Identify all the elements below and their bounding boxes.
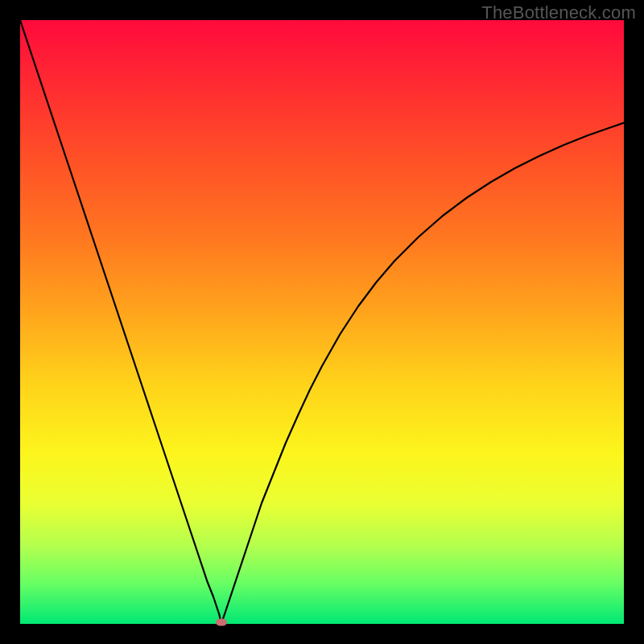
plot-area — [20, 20, 624, 624]
curve-svg — [20, 20, 624, 624]
watermark-label: TheBottleneck.com — [481, 2, 636, 23]
bottleneck-curve-path — [20, 20, 624, 624]
min-point-marker — [216, 619, 227, 626]
chart-container: TheBottleneck.com — [0, 0, 644, 644]
